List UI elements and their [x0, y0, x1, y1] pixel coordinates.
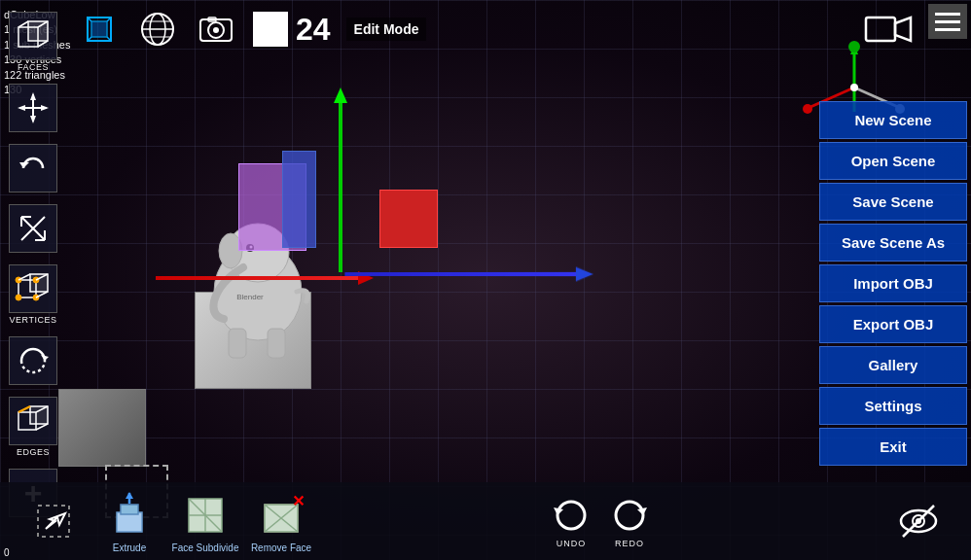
toolbar-item-faces[interactable]: FACES — [4, 8, 62, 76]
remove-face-label: Remove Face — [251, 542, 311, 553]
status-bar: 0 — [0, 545, 58, 560]
svg-marker-80 — [554, 508, 563, 515]
rotate2-icon-box — [9, 336, 57, 385]
open-scene-button[interactable]: Open Scene — [819, 142, 967, 180]
svg-marker-39 — [30, 92, 36, 100]
svg-point-55 — [16, 295, 21, 300]
frame-counter: 24 — [253, 12, 331, 48]
svg-rect-69 — [121, 505, 138, 514]
svg-line-65 — [36, 424, 48, 430]
left-toolbar: FACES — [0, 0, 66, 560]
toolbar-item-rotate[interactable] — [4, 140, 62, 196]
face-subdivide-label: Face Subdivide — [172, 542, 239, 553]
status-value: 0 — [4, 547, 10, 558]
move-icon-box — [9, 84, 57, 132]
bottom-left-tools: Extrude Face Subdivide — [19, 490, 315, 553]
svg-rect-23 — [866, 18, 895, 41]
right-menu: New Scene Open Scene Save Scene Save Sce… — [815, 97, 971, 470]
mesh-icon-button[interactable] — [78, 8, 121, 51]
svg-rect-9 — [91, 21, 107, 37]
svg-rect-62 — [30, 406, 48, 424]
svg-marker-42 — [18, 105, 25, 111]
subdivide-icon — [180, 490, 231, 541]
export-obj-button[interactable]: Export OBJ — [819, 305, 967, 343]
undo-label: UNDO — [557, 539, 587, 548]
select-icon — [28, 496, 79, 546]
tool-select[interactable] — [19, 496, 88, 546]
svg-point-29 — [803, 104, 812, 114]
svg-point-21 — [213, 27, 219, 33]
svg-rect-52 — [30, 274, 48, 292]
bottom-center-tools: UNDO REDO — [550, 494, 651, 548]
hamburger-line-3 — [935, 28, 960, 31]
scale-icon-box — [9, 204, 57, 253]
gallery-button[interactable]: Gallery — [819, 346, 967, 384]
frame-box — [253, 12, 288, 47]
svg-marker-67 — [46, 513, 65, 529]
redo-button[interactable]: REDO — [608, 494, 651, 548]
hamburger-button[interactable] — [928, 4, 967, 39]
edges-icon-box — [9, 397, 57, 445]
save-scene-as-button[interactable]: Save Scene As — [819, 224, 967, 262]
toolbar-item-move[interactable] — [4, 80, 62, 136]
globe-icon-button[interactable] — [136, 8, 179, 51]
svg-marker-71 — [126, 492, 133, 499]
exit-button[interactable]: Exit — [819, 428, 967, 466]
hamburger-line-1 — [935, 13, 960, 16]
frame-number: 24 — [296, 12, 331, 48]
toolbar-item-edges[interactable]: EDGES — [4, 393, 62, 461]
svg-line-63 — [18, 406, 30, 412]
extrude-icon — [104, 490, 155, 541]
svg-point-27 — [848, 41, 860, 52]
svg-marker-40 — [30, 116, 36, 123]
redo-label: REDO — [615, 539, 644, 548]
hide-show-button[interactable] — [885, 492, 952, 550]
toolbar-item-vertices[interactable]: VERTICES — [4, 261, 62, 329]
top-toolbar: 24 Edit Mode — [78, 8, 426, 51]
rotate-icon-box — [9, 144, 57, 192]
screenshot-icon-button[interactable] — [195, 8, 237, 51]
svg-marker-81 — [637, 508, 647, 515]
svg-line-37 — [38, 41, 48, 47]
svg-point-32 — [850, 84, 858, 91]
svg-line-35 — [18, 21, 28, 27]
undo-button[interactable]: UNDO — [550, 494, 593, 548]
extrude-label: Extrude — [113, 542, 146, 553]
svg-marker-43 — [41, 105, 49, 111]
bottom-right-tools — [885, 492, 952, 550]
svg-rect-68 — [117, 512, 142, 532]
svg-marker-24 — [895, 18, 911, 41]
bottom-toolbar: Extrude Face Subdivide — [0, 482, 971, 560]
settings-button[interactable]: Settings — [819, 387, 967, 425]
remove-face-icon: ✕ — [256, 490, 306, 541]
remove-x-mark: ✕ — [292, 492, 305, 510]
vertices-icon-box — [9, 264, 57, 313]
save-scene-button[interactable]: Save Scene — [819, 183, 967, 221]
faces-icon-box — [9, 12, 57, 60]
toolbar-item-rotate2[interactable] — [4, 332, 62, 389]
tool-extrude[interactable]: Extrude — [95, 490, 163, 553]
import-obj-button[interactable]: Import OBJ — [819, 264, 967, 302]
faces-label: FACES — [18, 62, 49, 72]
tool-remove-face[interactable]: ✕ Remove Face — [247, 490, 315, 553]
tool-face-subdivide[interactable]: Face Subdivide — [171, 490, 239, 553]
edit-mode-label: Edit Mode — [346, 18, 427, 41]
edges-label: EDGES — [17, 447, 50, 457]
hamburger-line-2 — [935, 20, 960, 23]
svg-rect-34 — [28, 21, 48, 41]
toolbar-item-scale[interactable] — [4, 200, 62, 257]
new-scene-button[interactable]: New Scene — [819, 101, 967, 139]
vertices-label: VERTICES — [10, 315, 57, 325]
